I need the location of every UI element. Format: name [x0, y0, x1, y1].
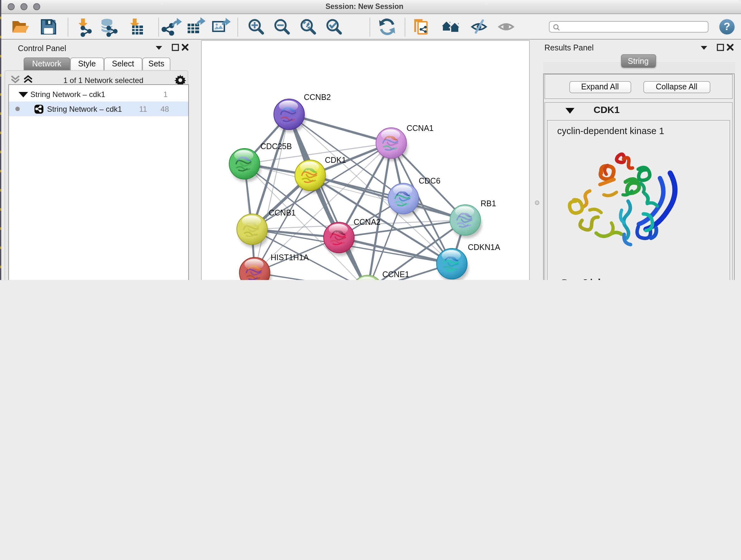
svg-text:CDC25B: CDC25B: [260, 142, 292, 151]
svg-text:CCNE1: CCNE1: [382, 270, 409, 279]
svg-text:RB1: RB1: [481, 199, 496, 208]
svg-text:CDC6: CDC6: [419, 176, 441, 185]
svg-text:HIST1H1A: HIST1H1A: [271, 253, 309, 262]
svg-text:CCNB2: CCNB2: [304, 92, 331, 102]
svg-text:CCNA2: CCNA2: [354, 217, 381, 226]
svg-text:CCNB1: CCNB1: [269, 208, 296, 217]
svg-text:CDKN1A: CDKN1A: [468, 243, 500, 252]
svg-text:CCNA1: CCNA1: [407, 124, 434, 132]
svg-text:CDK1: CDK1: [325, 155, 346, 165]
